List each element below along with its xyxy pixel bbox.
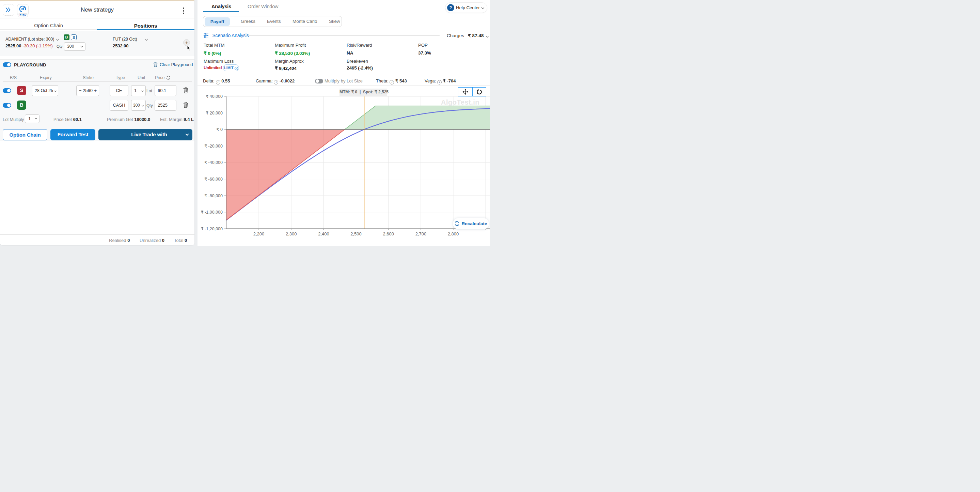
- svg-text:₹ -1,20,000: ₹ -1,20,000: [201, 227, 223, 232]
- svg-text:₹ -1,00,000: ₹ -1,00,000: [201, 210, 223, 215]
- svg-text:₹ -40,000: ₹ -40,000: [204, 160, 223, 165]
- svg-text:₹ 0: ₹ 0: [216, 127, 223, 132]
- svg-text:2,200: 2,200: [253, 232, 264, 236]
- svg-text:₹ -80,000: ₹ -80,000: [204, 193, 223, 198]
- svg-text:₹ 20,000: ₹ 20,000: [206, 111, 223, 115]
- svg-text:₹ -60,000: ₹ -60,000: [204, 177, 223, 182]
- svg-text:2,500: 2,500: [350, 232, 362, 236]
- svg-text:2,300: 2,300: [286, 232, 297, 236]
- svg-text:2,700: 2,700: [415, 232, 427, 236]
- svg-text:₹ -20,000: ₹ -20,000: [204, 144, 223, 149]
- svg-text:2,400: 2,400: [318, 232, 329, 236]
- svg-text:2,600: 2,600: [383, 232, 394, 236]
- svg-text:2,800: 2,800: [448, 232, 459, 236]
